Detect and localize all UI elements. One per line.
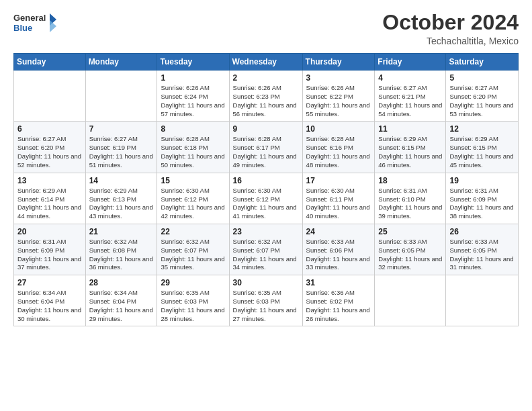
- day-number: 19: [449, 176, 515, 185]
- table-row: [446, 275, 519, 326]
- table-row: 23Sunrise: 6:32 AMSunset: 6:07 PMDayligh…: [229, 224, 302, 275]
- calendar-week-row: 6Sunrise: 6:27 AMSunset: 6:20 PMDaylight…: [14, 122, 519, 173]
- table-row: 1Sunrise: 6:26 AMSunset: 6:24 PMDaylight…: [157, 71, 229, 122]
- col-monday: Monday: [85, 54, 157, 71]
- location: Techachaltitla, Mexico: [382, 36, 519, 46]
- day-number: 7: [89, 124, 154, 134]
- table-row: [85, 71, 157, 122]
- table-row: [375, 275, 446, 326]
- day-info: Sunrise: 6:31 AMSunset: 6:09 PMDaylight:…: [449, 187, 515, 221]
- day-info: Sunrise: 6:33 AMSunset: 6:05 PMDaylight:…: [449, 238, 515, 272]
- header: General Blue October 2024 Techachaltitla…: [13, 11, 519, 46]
- month-title: October 2024: [382, 11, 519, 34]
- day-number: 1: [161, 73, 225, 83]
- svg-text:General: General: [13, 13, 46, 23]
- page: General Blue October 2024 Techachaltitla…: [0, 0, 532, 411]
- day-info: Sunrise: 6:29 AMSunset: 6:15 PMDaylight:…: [449, 135, 515, 169]
- day-number: 22: [161, 227, 225, 236]
- calendar-week-row: 1Sunrise: 6:26 AMSunset: 6:24 PMDaylight…: [14, 71, 519, 122]
- table-row: 19Sunrise: 6:31 AMSunset: 6:09 PMDayligh…: [446, 173, 519, 224]
- day-info: Sunrise: 6:27 AMSunset: 6:20 PMDaylight:…: [17, 135, 82, 169]
- day-number: 3: [306, 73, 371, 83]
- table-row: 3Sunrise: 6:26 AMSunset: 6:22 PMDaylight…: [302, 71, 375, 122]
- day-number: 28: [89, 278, 154, 287]
- day-info: Sunrise: 6:29 AMSunset: 6:13 PMDaylight:…: [89, 187, 154, 221]
- day-number: 8: [161, 124, 225, 134]
- day-info: Sunrise: 6:34 AMSunset: 6:04 PMDaylight:…: [89, 289, 154, 323]
- table-row: 28Sunrise: 6:34 AMSunset: 6:04 PMDayligh…: [85, 275, 157, 326]
- table-row: [14, 71, 86, 122]
- generalblue-logo: General Blue: [13, 11, 60, 36]
- day-number: 25: [378, 227, 442, 236]
- day-number: 5: [449, 73, 515, 83]
- day-number: 27: [17, 278, 82, 287]
- table-row: 11Sunrise: 6:29 AMSunset: 6:15 PMDayligh…: [375, 122, 446, 173]
- table-row: 29Sunrise: 6:35 AMSunset: 6:03 PMDayligh…: [157, 275, 229, 326]
- table-row: 2Sunrise: 6:26 AMSunset: 6:23 PMDaylight…: [229, 71, 302, 122]
- day-number: 20: [17, 227, 82, 236]
- table-row: 31Sunrise: 6:36 AMSunset: 6:02 PMDayligh…: [302, 275, 375, 326]
- table-row: 7Sunrise: 6:27 AMSunset: 6:19 PMDaylight…: [85, 122, 157, 173]
- calendar: Sunday Monday Tuesday Wednesday Thursday…: [13, 53, 519, 326]
- day-info: Sunrise: 6:30 AMSunset: 6:12 PMDaylight:…: [161, 187, 225, 221]
- table-row: 26Sunrise: 6:33 AMSunset: 6:05 PMDayligh…: [446, 224, 519, 275]
- day-number: 26: [449, 227, 515, 236]
- table-row: 25Sunrise: 6:33 AMSunset: 6:05 PMDayligh…: [375, 224, 446, 275]
- col-sunday: Sunday: [14, 54, 86, 71]
- day-number: 10: [306, 124, 371, 134]
- day-info: Sunrise: 6:36 AMSunset: 6:02 PMDaylight:…: [306, 289, 371, 323]
- col-tuesday: Tuesday: [157, 54, 229, 71]
- day-number: 11: [378, 124, 442, 134]
- title-block: October 2024 Techachaltitla, Mexico: [382, 11, 519, 46]
- day-info: Sunrise: 6:27 AMSunset: 6:19 PMDaylight:…: [89, 135, 154, 169]
- day-info: Sunrise: 6:35 AMSunset: 6:03 PMDaylight:…: [233, 289, 299, 323]
- table-row: 18Sunrise: 6:31 AMSunset: 6:10 PMDayligh…: [375, 173, 446, 224]
- col-friday: Friday: [375, 54, 446, 71]
- calendar-week-row: 13Sunrise: 6:29 AMSunset: 6:14 PMDayligh…: [14, 173, 519, 224]
- calendar-week-row: 20Sunrise: 6:31 AMSunset: 6:09 PMDayligh…: [14, 224, 519, 275]
- calendar-header-row: Sunday Monday Tuesday Wednesday Thursday…: [14, 54, 519, 71]
- table-row: 24Sunrise: 6:33 AMSunset: 6:06 PMDayligh…: [302, 224, 375, 275]
- day-info: Sunrise: 6:33 AMSunset: 6:05 PMDaylight:…: [378, 238, 442, 272]
- table-row: 9Sunrise: 6:28 AMSunset: 6:17 PMDaylight…: [229, 122, 302, 173]
- day-number: 31: [306, 278, 371, 287]
- day-info: Sunrise: 6:29 AMSunset: 6:14 PMDaylight:…: [17, 187, 82, 221]
- day-number: 14: [89, 176, 154, 185]
- day-info: Sunrise: 6:26 AMSunset: 6:23 PMDaylight:…: [233, 84, 299, 118]
- svg-text:Blue: Blue: [13, 23, 32, 33]
- day-info: Sunrise: 6:27 AMSunset: 6:20 PMDaylight:…: [449, 84, 515, 118]
- day-info: Sunrise: 6:29 AMSunset: 6:15 PMDaylight:…: [378, 135, 442, 169]
- day-info: Sunrise: 6:26 AMSunset: 6:24 PMDaylight:…: [161, 84, 225, 118]
- day-info: Sunrise: 6:30 AMSunset: 6:12 PMDaylight:…: [233, 187, 299, 221]
- day-number: 13: [17, 176, 82, 185]
- day-info: Sunrise: 6:32 AMSunset: 6:08 PMDaylight:…: [89, 238, 154, 272]
- day-number: 12: [449, 124, 515, 134]
- table-row: 20Sunrise: 6:31 AMSunset: 6:09 PMDayligh…: [14, 224, 86, 275]
- day-info: Sunrise: 6:31 AMSunset: 6:09 PMDaylight:…: [17, 238, 82, 272]
- day-info: Sunrise: 6:34 AMSunset: 6:04 PMDaylight:…: [17, 289, 82, 323]
- table-row: 14Sunrise: 6:29 AMSunset: 6:13 PMDayligh…: [85, 173, 157, 224]
- day-number: 23: [233, 227, 299, 236]
- day-info: Sunrise: 6:31 AMSunset: 6:10 PMDaylight:…: [378, 187, 442, 221]
- day-number: 4: [378, 73, 442, 83]
- table-row: 15Sunrise: 6:30 AMSunset: 6:12 PMDayligh…: [157, 173, 229, 224]
- table-row: 21Sunrise: 6:32 AMSunset: 6:08 PMDayligh…: [85, 224, 157, 275]
- table-row: 17Sunrise: 6:30 AMSunset: 6:11 PMDayligh…: [302, 173, 375, 224]
- day-number: 18: [378, 176, 442, 185]
- day-info: Sunrise: 6:28 AMSunset: 6:17 PMDaylight:…: [233, 135, 299, 169]
- day-info: Sunrise: 6:26 AMSunset: 6:22 PMDaylight:…: [306, 84, 371, 118]
- col-saturday: Saturday: [446, 54, 519, 71]
- table-row: 30Sunrise: 6:35 AMSunset: 6:03 PMDayligh…: [229, 275, 302, 326]
- table-row: 22Sunrise: 6:32 AMSunset: 6:07 PMDayligh…: [157, 224, 229, 275]
- day-info: Sunrise: 6:28 AMSunset: 6:16 PMDaylight:…: [306, 135, 371, 169]
- table-row: 13Sunrise: 6:29 AMSunset: 6:14 PMDayligh…: [14, 173, 86, 224]
- day-info: Sunrise: 6:32 AMSunset: 6:07 PMDaylight:…: [233, 238, 299, 272]
- day-info: Sunrise: 6:33 AMSunset: 6:06 PMDaylight:…: [306, 238, 371, 272]
- day-number: 29: [161, 278, 225, 287]
- table-row: 6Sunrise: 6:27 AMSunset: 6:20 PMDaylight…: [14, 122, 86, 173]
- day-info: Sunrise: 6:28 AMSunset: 6:18 PMDaylight:…: [161, 135, 225, 169]
- day-number: 2: [233, 73, 299, 83]
- day-number: 6: [17, 124, 82, 134]
- table-row: 10Sunrise: 6:28 AMSunset: 6:16 PMDayligh…: [302, 122, 375, 173]
- table-row: 5Sunrise: 6:27 AMSunset: 6:20 PMDaylight…: [446, 71, 519, 122]
